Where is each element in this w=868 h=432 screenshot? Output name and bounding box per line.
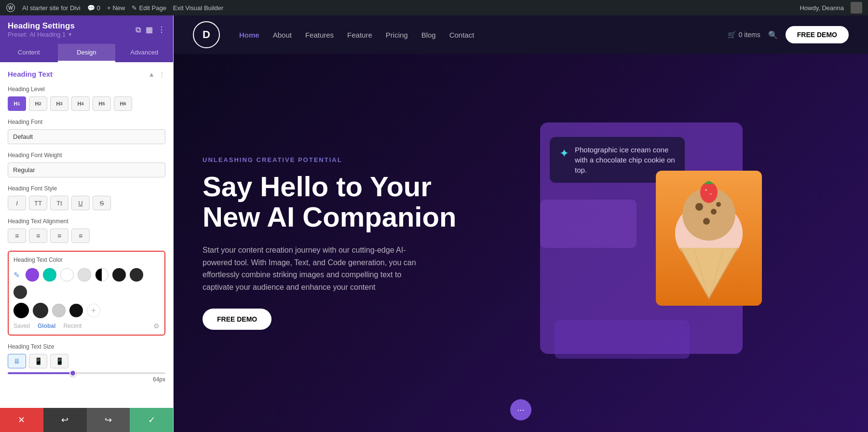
nav-feature[interactable]: Feature [347, 31, 372, 39]
hero-section: UNLEASHING CREATIVE POTENTIAL Say Hello … [174, 54, 868, 432]
nav-cta-button[interactable]: FREE DEMO [786, 26, 849, 43]
align-justify-button[interactable]: ≡ [71, 229, 90, 243]
hero-cta-button[interactable]: FREE DEMO [203, 309, 271, 330]
tab-content[interactable]: Content [0, 44, 58, 62]
section-collapse-icon[interactable]: ▲ [148, 70, 155, 78]
search-icon[interactable]: 🔍 [768, 30, 778, 40]
user-avatar [851, 2, 862, 14]
h3-button[interactable]: H3 [50, 96, 68, 111]
h1-button[interactable]: H1 [8, 96, 26, 111]
edit-page-button[interactable]: ✎ Edit Page [132, 4, 166, 12]
hero-eyebrow: UNLEASHING CREATIVE POTENTIAL [203, 156, 463, 163]
color-swatches-row2: + [14, 303, 160, 318]
site-logo: D [193, 21, 220, 48]
desktop-icon-button[interactable]: 🖥 [8, 354, 26, 368]
comment-count[interactable]: 💬 0 [87, 4, 100, 12]
swatch-light-gray[interactable] [78, 268, 91, 282]
mobile-icon-button[interactable]: 📱 [50, 354, 68, 368]
heading-font-label: Heading Font [8, 119, 165, 125]
new-button[interactable]: + New [107, 4, 125, 12]
heading-font-select[interactable]: Default [8, 129, 165, 144]
text-size-slider-container [8, 372, 165, 374]
color-tabs: Saved Global Recent ⚙ [14, 322, 160, 330]
swatch-white[interactable] [60, 268, 74, 282]
h6-button[interactable]: H6 [114, 96, 132, 111]
nav-home[interactable]: Home [239, 31, 259, 39]
svg-point-10 [705, 189, 707, 191]
heading-font-weight-group: Heading Font Weight Regular [8, 152, 165, 177]
cart-icon[interactable]: 🛒 0 items [728, 31, 760, 39]
slider-thumb[interactable] [69, 370, 76, 377]
undo-button[interactable]: ↩ [43, 408, 87, 432]
ice-cream-visual [656, 171, 762, 306]
panel-menu-icon[interactable]: ⋮ [158, 25, 165, 34]
section-more-icon[interactable]: ⋮ [159, 70, 165, 78]
wp-logo[interactable]: W [6, 3, 15, 13]
bottom-toolbar: ✕ ↩ ↪ ✓ [0, 408, 173, 432]
swatch-teal[interactable] [43, 268, 56, 282]
swatch-purple[interactable] [26, 268, 39, 282]
nav-contact[interactable]: Contact [449, 31, 475, 39]
save-button[interactable]: ✓ [130, 408, 173, 432]
panel-copy-icon[interactable]: ⧉ [136, 26, 141, 34]
italic-button[interactable]: I [8, 196, 26, 210]
cancel-button[interactable]: ✕ [0, 408, 43, 432]
color-picker-icon[interactable]: ✎ [14, 270, 20, 280]
color-settings-icon[interactable]: ⚙ [153, 322, 160, 330]
heading-level-buttons: H1 H2 H3 H4 H5 H6 [8, 96, 165, 111]
hero-right: ✦ Photographic ice cream cone with a cho… [463, 122, 839, 364]
swatch-light-medium[interactable] [52, 304, 66, 317]
capitalize-button[interactable]: Tt [50, 196, 68, 210]
svg-point-9 [700, 182, 718, 203]
h4-button[interactable]: H4 [71, 96, 90, 111]
tablet-icon-button[interactable]: 📱 [29, 354, 47, 368]
heading-font-group: Heading Font Default [8, 119, 165, 144]
swatch-dark-1[interactable] [112, 268, 126, 282]
heading-level-label: Heading Level [8, 86, 165, 93]
redo-button[interactable]: ↪ [87, 408, 130, 432]
heading-font-style-label: Heading Font Style [8, 185, 165, 192]
nav-blog[interactable]: Blog [421, 31, 436, 39]
user-greeting: Howdy, Deanna [800, 4, 844, 12]
svg-point-5 [695, 203, 703, 211]
panel-grid-icon[interactable]: ▦ [146, 25, 153, 34]
uppercase-button[interactable]: TT [29, 196, 47, 210]
swatch-dark-small[interactable] [69, 304, 83, 317]
swatch-black-large[interactable] [14, 303, 29, 318]
align-right-button[interactable]: ≡ [50, 229, 68, 243]
tab-design[interactable]: Design [58, 44, 116, 62]
h2-button[interactable]: H2 [29, 96, 47, 111]
panel-preset[interactable]: Preset: AI Heading 1 ▼ [8, 31, 75, 38]
nav-pricing[interactable]: Pricing [386, 31, 408, 39]
site-nav: D Home About Features Feature Pricing Bl… [174, 15, 868, 54]
svg-point-8 [716, 202, 721, 207]
color-tab-global[interactable]: Global [38, 323, 55, 329]
nav-features[interactable]: Features [305, 31, 334, 39]
color-tab-saved[interactable]: Saved [14, 323, 30, 329]
cart-item-count: 0 items [739, 31, 760, 39]
add-color-button[interactable]: + [87, 304, 100, 317]
panel-header: Heading Settings Preset: AI Heading 1 ▼ … [0, 15, 173, 44]
heading-font-weight-select[interactable]: Regular [8, 162, 165, 177]
align-center-button[interactable]: ≡ [29, 229, 47, 243]
swatch-dark-medium[interactable] [33, 303, 48, 318]
color-tab-recent[interactable]: Recent [63, 323, 81, 329]
nav-about[interactable]: About [273, 31, 292, 39]
strikethrough-button[interactable]: S [93, 196, 111, 210]
exit-builder-button[interactable]: Exit Visual Builder [173, 4, 224, 12]
svg-point-11 [710, 193, 712, 195]
tab-advanced[interactable]: Advanced [115, 44, 173, 62]
section-icons: ▲ ⋮ [148, 70, 165, 78]
align-left-button[interactable]: ≡ [8, 229, 26, 243]
floating-dots-button[interactable]: ··· [510, 399, 531, 420]
main-container: Heading Settings Preset: AI Heading 1 ▼ … [0, 15, 868, 432]
swatch-dark-2[interactable] [130, 268, 143, 282]
swatch-black-white[interactable] [95, 268, 108, 282]
underline-button[interactable]: U [71, 196, 90, 210]
site-name[interactable]: AI starter site for Divi [22, 4, 81, 12]
site-nav-links: Home About Features Feature Pricing Blog… [239, 31, 728, 39]
swatch-dark-3[interactable] [14, 285, 27, 299]
heading-color-section: Heading Text Color ✎ [8, 251, 165, 336]
ai-cards-container: ✦ Photographic ice cream cone with a cho… [540, 122, 762, 364]
h5-button[interactable]: H5 [93, 96, 111, 111]
